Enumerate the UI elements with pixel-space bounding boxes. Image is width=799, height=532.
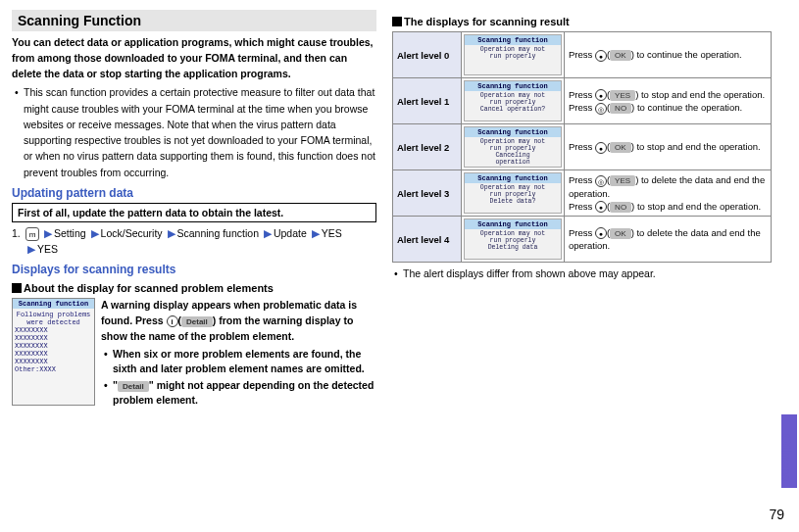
square-bullet-icon	[392, 17, 402, 26]
alert-description: Press ●(OK) to stop and end the operatio…	[565, 124, 772, 170]
about-sub-1: When six or more problem elements are fo…	[101, 347, 376, 376]
step-part: Setting	[54, 227, 86, 239]
no-softkey: NO	[610, 202, 631, 213]
alert-screenshot: Scanning functionOperation may not run p…	[464, 218, 562, 260]
mock-line: Following problems	[15, 311, 92, 318]
menu-icon: m	[25, 227, 39, 241]
yes-softkey: YES	[610, 175, 635, 186]
update-instruction-box: First of all, update the pattern data to…	[12, 203, 376, 222]
camera-button-icon: ◎	[595, 103, 607, 115]
mock-line: XXXXXXXX	[15, 334, 92, 342]
no-softkey: NO	[610, 103, 631, 114]
table-row: Alert level 3 Scanning functionOperation…	[393, 170, 772, 217]
ok-softkey: OK	[610, 142, 631, 153]
mock-line: XXXXXXXX	[15, 358, 92, 365]
ok-button-icon: ●	[595, 142, 607, 154]
step-part: YES	[322, 227, 342, 239]
info-button-icon: i	[167, 315, 178, 327]
detail-softkey: Detail	[181, 316, 213, 327]
level-cell: Alert level 0	[393, 32, 462, 78]
mock-line: XXXXXXXX	[15, 342, 92, 350]
ok-button-icon: ●	[595, 89, 607, 101]
ok-button-icon: ●	[595, 201, 607, 213]
step-1: 1. m ▶Setting ▶Lock/Security ▶Scanning f…	[12, 226, 376, 258]
protective-note: This scan function provides a certain pr…	[12, 84, 376, 180]
level-cell: Alert level 3	[393, 170, 462, 217]
alert-description: Press ●(OK) to continue the operation.	[565, 32, 772, 78]
level-cell: Alert level 2	[393, 124, 462, 170]
alert-screenshot: Scanning functionOperation may not run p…	[464, 126, 562, 168]
table-row: Alert level 4 Scanning functionOperation…	[393, 217, 772, 263]
about-sub-2: "Detail" might not appear depending on t…	[101, 378, 376, 408]
mock-line: were detected	[15, 318, 92, 326]
section-title: Scanning Function	[12, 10, 376, 31]
table-row: Alert level 1 Scanning functionOperation…	[393, 78, 772, 124]
mock-line: XXXXXXXX	[15, 326, 92, 334]
step-part: Update	[274, 227, 307, 239]
table-heading: The displays for scanning result	[392, 16, 772, 27]
square-bullet-icon	[12, 283, 22, 293]
section-tab-label: Others	[778, 434, 795, 481]
separator-icon: ▶	[312, 227, 320, 239]
step-part: Scanning function	[177, 227, 259, 239]
ok-softkey: OK	[610, 50, 631, 61]
alert-description: Press ●(YES) to stop and end the operati…	[565, 78, 772, 124]
displays-heading: Displays for scanning results	[12, 263, 376, 276]
table-row: Alert level 0 Scanning functionOperation…	[393, 32, 772, 78]
separator-icon: ▶	[91, 227, 99, 239]
yes-softkey: YES	[610, 90, 635, 101]
detail-softkey: Detail	[118, 381, 149, 392]
separator-icon: ▶	[27, 243, 35, 255]
step-number: 1.	[12, 226, 21, 242]
ok-softkey: OK	[610, 228, 631, 239]
alert-description: Press ◎(YES) to delete the data and end …	[565, 170, 772, 217]
problem-elements-screenshot: Scanning function Following problems wer…	[12, 298, 95, 406]
mock-line: Other:XXXX	[15, 365, 92, 373]
separator-icon: ▶	[168, 227, 175, 239]
updating-heading: Updating pattern data	[12, 186, 376, 200]
alert-levels-table: Alert level 0 Scanning functionOperation…	[392, 31, 772, 263]
footnote: The alert displays differ from shown abo…	[392, 266, 772, 282]
about-heading: About the display for scanned problem el…	[12, 282, 376, 294]
separator-icon: ▶	[264, 227, 272, 239]
alert-screenshot: Scanning functionOperation may not run p…	[464, 172, 562, 214]
alert-screenshot: Scanning functionOperation may not run p…	[464, 80, 562, 121]
alert-description: Press ●(OK) to delete the data and end t…	[565, 217, 772, 263]
intro-text: You can detect data or application progr…	[12, 35, 376, 81]
mock-line: XXXXXXXX	[15, 350, 92, 358]
alert-screenshot: Scanning functionOperation may not run p…	[464, 34, 562, 75]
step-tail: YES	[37, 243, 58, 255]
about-paragraph: A warning display appears when problemat…	[101, 298, 376, 344]
table-row: Alert level 2 Scanning functionOperation…	[393, 124, 772, 170]
mock-screen-title: Scanning function	[13, 299, 94, 309]
page-number: 79	[769, 507, 784, 522]
level-cell: Alert level 4	[393, 217, 462, 263]
ok-button-icon: ●	[595, 227, 607, 239]
level-cell: Alert level 1	[393, 78, 462, 124]
step-part: Lock/Security	[101, 227, 163, 239]
camera-button-icon: ◎	[595, 175, 607, 187]
ok-button-icon: ●	[595, 50, 607, 62]
separator-icon: ▶	[44, 227, 52, 239]
